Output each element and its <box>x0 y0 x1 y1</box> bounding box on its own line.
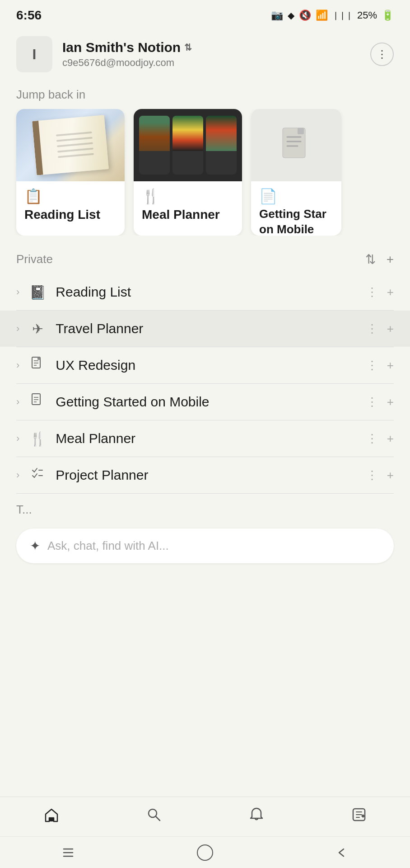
user-email: c9e5676d@moodjoy.com <box>62 57 192 69</box>
svg-rect-20 <box>49 818 54 821</box>
item-label: Meal Planner <box>56 431 366 446</box>
page-icon-large <box>280 127 312 163</box>
doc-icon: 📄 <box>259 188 277 205</box>
ai-star-icon: ✦ <box>30 538 40 553</box>
list-item-getting-started[interactable]: › Getting Started on Mobile ⋮ + <box>0 384 410 420</box>
item-label: UX Redesign <box>56 358 366 373</box>
list-item-ux-redesign[interactable]: › UX Redesign ⋮ + <box>0 347 410 383</box>
system-nav-bar <box>0 836 410 868</box>
item-add-icon[interactable]: + <box>387 468 394 482</box>
nav-notifications-button[interactable] <box>248 806 265 827</box>
bluetooth-icon: ◆ <box>288 10 294 21</box>
more-options-button[interactable]: ⋮ <box>370 42 394 66</box>
food-container-1 <box>139 116 170 175</box>
card-meal-image <box>134 109 242 181</box>
card-getting-image <box>251 109 341 181</box>
item-label: Reading List <box>56 284 366 300</box>
notebook-icon: 📓 <box>28 284 47 300</box>
expand-chevron-icon: › <box>16 286 19 298</box>
edit-icon <box>350 806 368 827</box>
mute-icon: 🔇 <box>299 9 311 21</box>
item-label: Project Planner <box>56 467 366 483</box>
battery-icon: 🔋 <box>382 9 394 21</box>
private-actions: ⇅ + <box>365 252 394 267</box>
card-reading-label: Reading List <box>16 207 125 230</box>
workspace-title[interactable]: Ian Smith's Notion ⇅ <box>62 40 192 55</box>
camera-icon: 📷 <box>271 9 283 21</box>
doc-icon <box>28 357 47 374</box>
doc2-icon <box>28 393 47 411</box>
item-actions: ⋮ + <box>366 285 394 299</box>
ai-input-placeholder: Ask, chat, find with AI... <box>47 539 380 553</box>
svg-line-15 <box>34 468 37 472</box>
item-add-icon[interactable]: + <box>387 285 394 299</box>
checklist-icon <box>28 467 47 484</box>
svg-rect-4 <box>298 128 304 134</box>
item-add-icon[interactable]: + <box>387 359 394 373</box>
item-label: Travel Planner <box>56 321 366 336</box>
nav-search-button[interactable] <box>145 806 163 827</box>
card-meal-planner[interactable]: 🍴 Meal Planner <box>134 109 242 236</box>
item-add-icon[interactable]: + <box>387 432 394 446</box>
list-item-project-planner[interactable]: › Project Planner ⋮ + <box>0 457 410 493</box>
list-item-meal-planner[interactable]: › 🍴 Meal Planner ⋮ + <box>0 420 410 457</box>
item-more-icon[interactable]: ⋮ <box>366 359 378 373</box>
svg-line-22 <box>156 816 160 821</box>
card-reading-image <box>16 109 125 181</box>
svg-line-18 <box>34 474 37 477</box>
battery-percent: 25% <box>357 9 377 21</box>
sys-nav-recents-button[interactable] <box>334 844 350 861</box>
item-more-icon[interactable]: ⋮ <box>366 395 378 409</box>
nav-edit-button[interactable] <box>350 806 368 827</box>
notebook-icon: 📋 <box>24 188 42 205</box>
item-label: Getting Started on Mobile <box>56 394 366 410</box>
food-container-3 <box>206 116 237 175</box>
svg-rect-10 <box>32 394 40 405</box>
status-time: 6:56 <box>16 8 42 23</box>
nav-home-button[interactable] <box>43 806 60 827</box>
item-more-icon[interactable]: ⋮ <box>366 432 378 446</box>
status-icons: 📷 ◆ 🔇 📶 ❘❘❘ 25% 🔋 <box>271 9 394 21</box>
meal-planner-icon: 🍴 <box>28 431 47 447</box>
header: I Ian Smith's Notion ⇅ c9e5676d@moodjoy.… <box>0 27 410 77</box>
home-icon <box>43 806 60 827</box>
back-arrow-icon <box>334 844 350 861</box>
avatar[interactable]: I <box>16 36 52 72</box>
item-actions: ⋮ + <box>366 395 394 409</box>
jump-back-section-label: Jump back in <box>0 77 410 109</box>
card-reading-icon-area: 📋 <box>16 181 125 207</box>
item-more-icon[interactable]: ⋮ <box>366 285 378 299</box>
circle-icon <box>197 844 213 861</box>
sort-icon[interactable]: ⇅ <box>365 252 376 267</box>
signal-icon: ❘❘❘ <box>332 10 353 20</box>
header-left: I Ian Smith's Notion ⇅ c9e5676d@moodjoy.… <box>16 36 192 72</box>
card-getting-started[interactable]: 📄 Getting Staron Mobile <box>251 109 341 236</box>
ai-search-bar[interactable]: ✦ Ask, chat, find with AI... <box>16 528 394 563</box>
bell-icon <box>248 806 265 827</box>
item-more-icon[interactable]: ⋮ <box>366 468 378 482</box>
item-more-icon[interactable]: ⋮ <box>366 322 378 336</box>
expand-chevron-icon: › <box>16 323 19 335</box>
item-add-icon[interactable]: + <box>387 395 394 409</box>
list-item-travel-planner[interactable]: › ✈ Travel Planner ⋮ + <box>0 311 410 347</box>
recent-cards-row: 📋 Reading List 🍴 Meal Planner 📄 <box>0 109 410 236</box>
sys-nav-back-button[interactable] <box>60 844 76 861</box>
private-section-header: Private ⇅ + <box>0 236 410 274</box>
card-meal-icon-area: 🍴 <box>134 181 242 207</box>
list-item-reading-list[interactable]: › 📓 Reading List ⋮ + <box>0 274 410 310</box>
expand-chevron-icon: › <box>16 469 19 481</box>
item-actions: ⋮ + <box>366 322 394 336</box>
book-lines <box>56 132 94 158</box>
bottom-label: T... <box>16 503 32 516</box>
item-actions: ⋮ + <box>366 468 394 482</box>
book-visual <box>32 115 109 175</box>
expand-chevron-icon: › <box>16 359 19 371</box>
private-label: Private <box>16 252 53 266</box>
item-actions: ⋮ + <box>366 432 394 446</box>
item-add-icon[interactable]: + <box>387 322 394 336</box>
card-reading-list[interactable]: 📋 Reading List <box>16 109 125 236</box>
add-private-item-icon[interactable]: + <box>387 252 394 267</box>
card-meal-label: Meal Planner <box>134 207 242 230</box>
sys-nav-home-button[interactable] <box>197 844 213 861</box>
workspace-chevron-icon: ⇅ <box>184 42 192 53</box>
